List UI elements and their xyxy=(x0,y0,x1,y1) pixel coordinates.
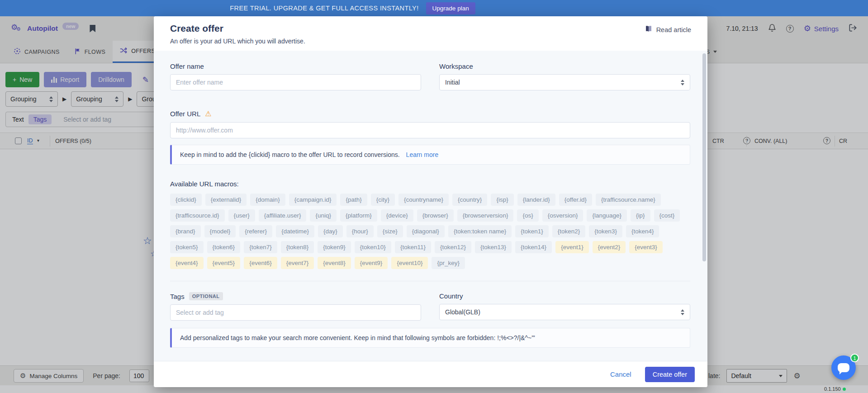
macro-chip[interactable]: {size} xyxy=(377,225,403,237)
macro-chip[interactable]: {trafficsource.id} xyxy=(170,209,225,222)
macro-chip[interactable]: {token5} xyxy=(170,241,204,253)
modal-scrollbar[interactable] xyxy=(702,53,706,261)
macro-chip[interactable]: {affiliate.user} xyxy=(259,209,307,222)
version-number: 0.1.150 xyxy=(824,386,841,392)
macro-chip[interactable]: {isp} xyxy=(491,194,513,206)
macro-chip[interactable]: {token9} xyxy=(318,241,351,253)
macro-chip[interactable]: {token8} xyxy=(281,241,314,253)
macro-chip[interactable]: {event2} xyxy=(593,241,626,253)
macro-chip[interactable]: {day} xyxy=(318,225,343,237)
country-select-value: Global(GLB) xyxy=(445,308,480,316)
macro-chip[interactable]: {event1} xyxy=(555,241,589,253)
read-article-label: Read article xyxy=(656,26,691,33)
macro-chip[interactable]: {token10} xyxy=(355,241,391,253)
macro-chip[interactable]: {token7} xyxy=(244,241,277,253)
workspace-select-value: Initial xyxy=(445,79,460,86)
macro-chip[interactable]: {ip} xyxy=(631,209,650,222)
macro-chip[interactable]: {countryname} xyxy=(398,194,449,206)
promo-banner-inner: FREE TRIAL. UPGRADE & GET FULL ACCESS IN… xyxy=(230,2,475,14)
macro-chip[interactable]: {event3} xyxy=(629,241,663,253)
modal-footer: Cancel Create offer xyxy=(154,361,707,387)
offer-url-label: Offer URL xyxy=(170,110,200,118)
macro-chip[interactable]: {browserversion} xyxy=(457,209,514,222)
macro-chip[interactable]: {event5} xyxy=(207,257,241,269)
macro-chip[interactable]: {event8} xyxy=(318,257,351,269)
macro-chip[interactable]: {event7} xyxy=(281,257,314,269)
macro-chip[interactable]: {event9} xyxy=(355,257,388,269)
macro-chip[interactable]: {event4} xyxy=(170,257,204,269)
macro-chip[interactable]: {clickid} xyxy=(170,194,202,206)
macro-chip[interactable]: {osversion} xyxy=(542,209,583,222)
macro-chip[interactable]: {uniq} xyxy=(310,209,337,222)
macro-chip[interactable]: {referer} xyxy=(239,225,272,237)
macro-chip[interactable]: {datetime} xyxy=(276,225,314,237)
macro-chip[interactable]: {token14} xyxy=(515,241,552,253)
macro-chip[interactable]: {hour} xyxy=(346,225,374,237)
country-field-group: Country Global(GLB) xyxy=(439,292,690,321)
macro-chip[interactable]: {language} xyxy=(587,209,627,222)
clickid-note-text: Keep in mind to add the {clickid} macro … xyxy=(180,151,400,158)
macro-chip[interactable]: {event10} xyxy=(391,257,428,269)
macro-chip[interactable]: {lander.id} xyxy=(517,194,555,206)
tags-field-group: Tags OPTIONAL xyxy=(170,292,421,321)
macro-chip[interactable]: {device} xyxy=(381,209,413,222)
macro-chip[interactable]: {token2} xyxy=(552,225,586,237)
macro-chip[interactable]: {user} xyxy=(228,209,255,222)
macro-chip[interactable]: {token6} xyxy=(207,241,241,253)
macro-chip[interactable]: {model} xyxy=(204,225,236,237)
macro-chip[interactable]: {trafficsource.name} xyxy=(596,194,661,206)
updown-chevrons-icon xyxy=(681,309,684,315)
macro-chip[interactable]: {token:token name} xyxy=(448,225,512,237)
country-select[interactable]: Global(GLB) xyxy=(439,304,690,320)
macro-chip[interactable]: {token11} xyxy=(395,241,431,253)
macro-chip[interactable]: {token4} xyxy=(626,225,659,237)
macro-chip[interactable]: {os} xyxy=(517,209,538,222)
status-dot xyxy=(843,388,846,391)
tags-country-row: Tags OPTIONAL Country Global(GLB) xyxy=(170,281,690,321)
macro-chip[interactable]: {offer.id} xyxy=(559,194,592,206)
workspace-select[interactable]: Initial xyxy=(439,74,690,90)
offer-name-label: Offer name xyxy=(170,62,421,70)
screen: ⚙⚙ Autopilot new 7.10, 21:13 ? ⚙ Setting… xyxy=(0,0,868,393)
cancel-button[interactable]: Cancel xyxy=(610,370,631,378)
macro-chip[interactable]: {country} xyxy=(452,194,487,206)
upgrade-plan-button[interactable]: Upgrade plan xyxy=(426,2,475,14)
macros-label: Available URL macros: xyxy=(170,180,690,188)
macro-chip[interactable]: {domain} xyxy=(250,194,285,206)
read-article-link[interactable]: Read article xyxy=(645,25,691,34)
updown-chevrons-icon xyxy=(681,80,684,85)
tags-input[interactable] xyxy=(170,304,421,321)
macro-chip[interactable]: {token12} xyxy=(435,241,471,253)
macro-chip[interactable]: {campaign.id} xyxy=(289,194,337,206)
macro-chip[interactable]: {cost} xyxy=(654,209,680,222)
macro-chip[interactable]: {city} xyxy=(371,194,395,206)
name-workspace-row: Offer name Workspace Initial xyxy=(170,62,690,90)
create-offer-button[interactable]: Create offer xyxy=(645,367,695,382)
macro-chip[interactable]: {platform} xyxy=(340,209,377,222)
macro-chip[interactable]: {path} xyxy=(340,194,367,206)
create-offer-modal: Create offer An offer is your ad URL whi… xyxy=(154,16,707,387)
macro-chip[interactable]: {token3} xyxy=(589,225,622,237)
macro-chip[interactable]: {browser} xyxy=(417,209,454,222)
macro-chip[interactable]: {brand} xyxy=(170,225,201,237)
offer-url-input[interactable] xyxy=(170,122,690,138)
macro-chip[interactable]: {event6} xyxy=(244,257,277,269)
country-label: Country xyxy=(439,292,690,300)
workspace-label: Workspace xyxy=(439,62,690,70)
macro-chip[interactable]: {token13} xyxy=(475,241,512,253)
offer-name-input[interactable] xyxy=(170,74,421,90)
macro-chip[interactable]: {diagonal} xyxy=(407,225,445,237)
promo-text: FREE TRIAL. UPGRADE & GET FULL ACCESS IN… xyxy=(230,5,418,12)
learn-more-link[interactable]: Learn more xyxy=(406,151,439,158)
warning-icon: ⚠ xyxy=(205,109,211,118)
url-macros-list: {clickid}{externalid}{domain}{campaign.i… xyxy=(170,194,690,269)
macro-chip[interactable]: {pr_key} xyxy=(432,257,465,269)
promo-banner: FREE TRIAL. UPGRADE & GET FULL ACCESS IN… xyxy=(0,0,868,16)
macro-chip[interactable]: {externalid} xyxy=(205,194,247,206)
tags-note-text: Add personalized tags to make your searc… xyxy=(180,334,535,341)
chat-unread-badge: 1 xyxy=(850,354,859,362)
macro-chip[interactable]: {token1} xyxy=(515,225,549,237)
chat-bubble-icon xyxy=(838,363,849,372)
modal-header-text: Create offer An offer is your ad URL whi… xyxy=(170,23,305,45)
offer-name-field-group: Offer name xyxy=(170,62,421,90)
